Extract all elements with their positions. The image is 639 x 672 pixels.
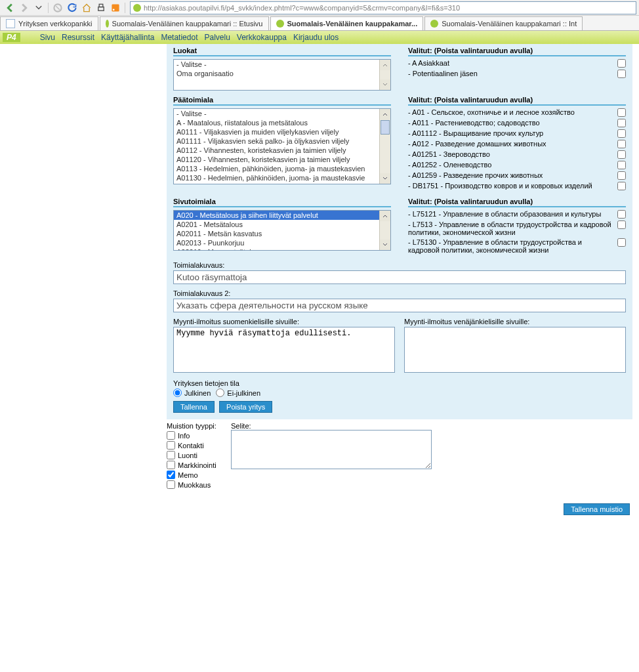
menu-kayttajahallinta[interactable]: Käyttäjähallinta [101, 33, 154, 42]
list-item[interactable]: A020 - Metsätalous ja siihen liittyvät p… [174, 211, 390, 220]
selected-item: - A Asiakkaat [408, 59, 617, 67]
scroll-down-icon[interactable] [380, 79, 390, 90]
memo-form: Muistion tyyppi: Info Kontakti Luonti Ma… [167, 419, 632, 522]
forward-button[interactable] [18, 1, 31, 14]
memo-desc-label: Selite: [231, 422, 632, 430]
memo-type-luonti[interactable] [167, 451, 175, 459]
tab-2[interactable]: Suomalais-Venäläinen kauppakamar... [270, 16, 424, 30]
list-item[interactable]: A0201 - Metsätalous [174, 220, 390, 229]
remove-checkbox[interactable] [617, 129, 626, 138]
memo-type-markkinointi[interactable] [167, 461, 175, 469]
desc2-label: Toimialakuvaus 2: [173, 289, 626, 297]
ad-ru-textarea[interactable] [404, 327, 626, 373]
memo-type-info[interactable] [167, 431, 175, 440]
remove-checkbox[interactable] [617, 119, 626, 127]
selected-item: - A01 - Сельское, охотничье и и лесное х… [408, 108, 617, 116]
list-item[interactable]: - Valitse - [174, 109, 390, 118]
tab-1[interactable]: Suomalais-Venäläinen kauppakamari :: Etu… [100, 16, 269, 30]
list-item[interactable]: Oma organisaatio [174, 69, 390, 78]
desc1-input[interactable] [173, 270, 626, 284]
delete-company-button[interactable]: Poista yritys [219, 401, 272, 413]
url-bar[interactable]: http://asiakas.poutapilvi.fi/p4_svkk/ind… [130, 1, 636, 14]
tab-3[interactable]: Suomalais-Venäläinen kauppakamari :: Int [424, 16, 583, 30]
company-form: Luokat - Valitse - Oma organisaatio Vali… [167, 44, 632, 419]
remove-checkbox[interactable] [617, 182, 626, 190]
scroll-up-icon[interactable] [380, 211, 390, 221]
status-public-radio[interactable] [173, 388, 182, 397]
save-button[interactable]: Tallenna [173, 401, 215, 413]
browser-toolbar: http://asiakas.poutapilvi.fi/p4_svkk/ind… [0, 0, 639, 16]
status-public-label: Julkinen [184, 389, 211, 397]
list-item[interactable]: A0113 - Hedelmien, pähkinöiden, juoma- j… [174, 164, 390, 173]
status-label: Yrityksen tietojen tila [173, 379, 626, 387]
memo-type-memo[interactable] [167, 471, 175, 479]
stop-button[interactable] [51, 1, 64, 14]
selected-item: - L75121 - Управление в области образова… [408, 210, 617, 218]
list-item[interactable]: A01130 - Hedelmien, pähkinöiden, juoma- … [174, 173, 390, 182]
favicon-icon [133, 4, 141, 12]
list-item[interactable]: A02019 - Muu metsätalous [174, 247, 390, 251]
scrollbar[interactable] [379, 109, 390, 184]
desc1-label: Toimialakuvaus: [173, 261, 626, 269]
list-item[interactable]: A0111 - Viljakasvien ja muiden viljelyka… [174, 127, 390, 136]
list-item[interactable]: A02013 - Puunkorjuu [174, 238, 390, 247]
back-button[interactable] [3, 1, 16, 14]
remove-checkbox[interactable] [617, 238, 626, 247]
selected-item: - A01252 - Оленеводство [408, 161, 617, 169]
remove-checkbox[interactable] [617, 171, 626, 180]
scroll-up-icon[interactable] [380, 109, 390, 119]
menu-palvelu[interactable]: Palvelu [204, 33, 230, 42]
remove-checkbox[interactable] [617, 150, 626, 159]
reload-button[interactable] [66, 1, 79, 14]
remove-checkbox[interactable] [617, 59, 626, 68]
scrollbar[interactable] [379, 60, 390, 90]
scroll-down-icon[interactable] [380, 173, 390, 184]
remove-checkbox[interactable] [617, 161, 626, 169]
remove-checkbox[interactable] [617, 220, 626, 229]
list-item[interactable]: A - Maatalous, riistatalous ja metsätalo… [174, 118, 390, 127]
list-item[interactable]: - Valitse - [174, 60, 390, 69]
memo-desc-textarea[interactable] [231, 430, 432, 469]
paatoimiala-selected-header: Valitut: (Poista valintaruudun avulla) [408, 96, 626, 106]
list-item[interactable]: A01111 - Viljakasvien sekä palko- ja ölj… [174, 136, 390, 146]
scroll-thumb[interactable] [381, 120, 390, 135]
scroll-up-icon[interactable] [380, 60, 390, 70]
site-icon [106, 20, 109, 28]
scroll-down-icon[interactable] [380, 240, 390, 250]
remove-checkbox[interactable] [617, 140, 626, 148]
status-private-radio[interactable] [216, 388, 224, 397]
menu-resurssit[interactable]: Resurssit [62, 33, 94, 42]
remove-checkbox[interactable] [617, 108, 626, 117]
site-icon [276, 20, 284, 28]
list-item[interactable]: A01120 - Vihannesten, koristekasvien ja … [174, 155, 390, 164]
list-item[interactable]: A02011 - Metsän kasvatus [174, 229, 390, 238]
menu-metatiedot[interactable]: Metatiedot [161, 33, 197, 42]
status-private-label: Ei-julkinen [227, 389, 260, 397]
paatoimiala-header: Päätoimiala [173, 96, 391, 106]
desc2-input[interactable] [173, 299, 626, 312]
svg-rect-1 [98, 7, 104, 10]
menu-verkkokauppa[interactable]: Verkkokauppa [237, 33, 287, 42]
menu-sivu[interactable]: Sivu [40, 33, 55, 42]
ad-fi-textarea[interactable] [173, 327, 395, 373]
feed-button[interactable] [109, 1, 122, 14]
sivutoimiala-select[interactable]: A020 - Metsätalous ja siihen liittyvät p… [173, 210, 391, 251]
memo-type-kontakti[interactable] [167, 441, 175, 450]
dropdown-history-button[interactable] [32, 1, 45, 14]
scrollbar[interactable] [379, 211, 390, 250]
svg-rect-3 [112, 4, 119, 11]
paatoimiala-select[interactable]: - Valitse - A - Maatalous, riistatalous … [173, 108, 391, 184]
home-button[interactable] [80, 1, 93, 14]
remove-checkbox[interactable] [617, 70, 626, 78]
remove-checkbox[interactable] [617, 210, 626, 219]
tab-0[interactable]: Yrityksen verkkopankki [0, 16, 98, 30]
print-button[interactable] [94, 1, 108, 14]
ad-fi-label: Myynti-ilmoitus suomenkielisille sivuill… [173, 318, 395, 326]
luokat-select[interactable]: - Valitse - Oma organisaatio [173, 59, 391, 91]
page-icon [6, 19, 15, 28]
save-memo-button[interactable]: Tallenna muistio [564, 503, 630, 515]
memo-type-muokkaus[interactable] [167, 480, 175, 489]
menu-kirjaudu-ulos[interactable]: Kirjaudu ulos [293, 33, 339, 42]
list-item[interactable]: A0112 - Vihannesten, koristekasvien ja t… [174, 146, 390, 155]
site-icon [430, 20, 438, 28]
